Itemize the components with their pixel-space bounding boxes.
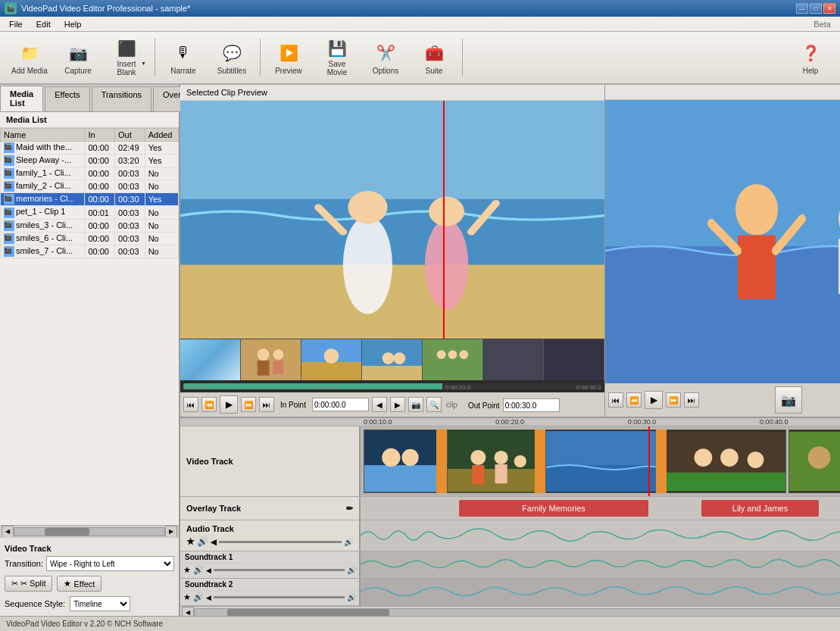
rewind-button[interactable]: ⏪ <box>201 397 217 412</box>
s1-speaker-icon[interactable]: 🔊 <box>193 565 204 575</box>
transition-select[interactable]: Wipe - Right to Left Fade Dissolve Zoom <box>46 556 174 571</box>
effect-button[interactable]: ★ Effect <box>57 576 101 592</box>
menu-file[interactable]: File <box>3 18 29 30</box>
snapshot-button[interactable]: 📷 <box>408 397 423 412</box>
video-track-content[interactable] <box>361 426 840 496</box>
media-list-item[interactable]: 🎬family_1 - Cli... 00:00 00:03 No <box>1 167 179 180</box>
left-scrollbar[interactable]: ◀ ▶ <box>0 525 179 537</box>
audio-volume-slider[interactable] <box>219 541 342 543</box>
media-list-item[interactable]: 🎬Maid with the... 00:00 02:49 Yes <box>1 142 179 155</box>
go-end-button[interactable]: ⏭ <box>259 397 274 412</box>
forward-button[interactable]: ⏩ <box>241 397 256 412</box>
narrate-button[interactable]: 🎙 Narrate <box>160 35 207 80</box>
set-in-point-button[interactable]: ◀ <box>372 397 387 412</box>
go-start-button[interactable]: ⏮ <box>183 397 198 412</box>
col-name[interactable]: Name <box>1 129 85 142</box>
timeline-clip-2[interactable] <box>447 430 540 493</box>
set-out-point-button[interactable]: ▶ <box>390 397 405 412</box>
film-frame-5[interactable] <box>423 339 483 380</box>
film-frame-1[interactable] <box>180 339 241 380</box>
audio-track-content[interactable] <box>361 520 840 551</box>
col-out[interactable]: Out <box>115 129 145 142</box>
film-frame-6[interactable] <box>483 339 544 380</box>
media-table[interactable]: Name In Out Added 🎬Maid with the... 00:0… <box>0 128 179 525</box>
media-list-item[interactable]: 🎬memories - Cl... 00:00 00:30 Yes <box>1 193 179 206</box>
timeline-clip-3[interactable] <box>545 430 660 493</box>
clip-preview-header: Selected Clip Preview <box>180 85 604 101</box>
scrollbar-thumb[interactable] <box>45 528 89 536</box>
seq-forward-button[interactable]: ⏩ <box>666 392 681 408</box>
tab-transitions[interactable]: Transitions <box>92 86 151 111</box>
narrate-label: Narrate <box>170 67 195 75</box>
soundtrack-2-content[interactable] <box>361 579 840 605</box>
suite-button[interactable]: 🧰 Suite <box>411 35 457 80</box>
maximize-button[interactable]: □ <box>810 3 822 14</box>
in-point-input[interactable] <box>312 398 369 411</box>
audio-speaker-icon[interactable]: 🔊 <box>197 536 208 547</box>
timeline-clip-5[interactable] <box>788 430 840 493</box>
col-in[interactable]: In <box>85 129 115 142</box>
subtitles-button[interactable]: 💬 Subtitles <box>208 35 255 80</box>
timeline-scrollbar-thumb[interactable] <box>227 609 389 617</box>
scroll-left-button[interactable]: ◀ <box>2 526 14 538</box>
edit-overlay-icon[interactable]: ✏ <box>346 504 353 514</box>
svg-point-50 <box>748 451 764 468</box>
media-list-item[interactable]: 🎬Sleep Away -... 00:00 03:20 Yes <box>1 155 179 167</box>
minimize-button[interactable]: — <box>796 3 808 14</box>
out-point-input[interactable] <box>503 398 560 412</box>
s2-prev-icon[interactable]: ◀ <box>206 594 211 601</box>
s2-speaker-icon[interactable]: 🔊 <box>193 592 204 602</box>
film-frame-7[interactable] <box>544 339 604 380</box>
seq-play-button[interactable]: ▶ <box>645 391 663 409</box>
s2-star-icon[interactable]: ★ <box>183 592 191 602</box>
film-frame-3[interactable] <box>301 339 362 380</box>
menu-help[interactable]: Help <box>58 18 88 30</box>
help-button[interactable]: ❓ Help <box>787 35 834 80</box>
play-button[interactable]: ▶ <box>220 395 238 414</box>
overlay-clip-lily-james[interactable]: Lily and James <box>701 500 819 517</box>
media-list-item[interactable]: 🎬smiles_7 - Cli... 00:00 00:03 No <box>1 245 179 258</box>
timeline-clip-4[interactable] <box>665 430 786 493</box>
preview-button[interactable]: ▶️ Preview <box>265 35 312 80</box>
add-media-icon: 📁 <box>17 41 42 65</box>
media-list-item[interactable]: 🎬family_2 - Cli... 00:00 00:03 No <box>1 180 179 193</box>
capture-button[interactable]: 📷 Capture <box>55 35 101 80</box>
overlay-clip-family-memories[interactable]: Family Memories <box>459 500 648 517</box>
film-frame-4[interactable] <box>362 339 423 380</box>
timeline-scroll-left[interactable]: ◀ <box>182 607 194 617</box>
options-button[interactable]: ✂️ Options <box>362 35 409 80</box>
horizontal-scrollbar[interactable] <box>14 527 165 536</box>
ruler-mark-20: 0:00:20.0 <box>495 418 524 426</box>
overlay-track-content[interactable]: Family Memories Lily and James <box>361 497 840 520</box>
seq-rewind-button[interactable]: ⏪ <box>626 392 642 408</box>
media-list-item[interactable]: 🎬smiles_6 - Cli... 00:00 00:03 No <box>1 232 179 245</box>
col-added[interactable]: Added <box>145 129 178 142</box>
scroll-right-button[interactable]: ▶ <box>165 526 177 538</box>
film-frame-2[interactable] <box>241 339 301 380</box>
s2-volume-slider[interactable] <box>214 596 345 598</box>
save-movie-button[interactable]: 💾 Save Movie <box>314 35 361 80</box>
s1-volume-slider[interactable] <box>214 569 345 571</box>
media-list-item[interactable]: 🎬smiles_3 - Cli... 00:00 00:03 No <box>1 219 179 232</box>
split-button[interactable]: ✂ ✂ Split <box>5 576 52 592</box>
seq-go-start-button[interactable]: ⏮ <box>608 392 623 408</box>
ruler-mark-10: 0:00:10.0 <box>364 418 392 426</box>
zoom-in-clip-button[interactable]: 🔍 <box>426 397 442 412</box>
audio-star-icon[interactable]: ★ <box>186 536 195 547</box>
audio-prev-icon[interactable]: ◀ <box>211 538 217 546</box>
tab-media-list[interactable]: Media List <box>0 86 43 111</box>
tab-effects[interactable]: Effects <box>45 86 89 111</box>
timeline-clip-1[interactable] <box>364 430 442 493</box>
insert-blank-button[interactable]: ⬛ Insert Blank <box>103 35 150 80</box>
add-media-button[interactable]: 📁 Add Media <box>6 35 53 80</box>
soundtrack-1-content[interactable] <box>361 551 840 578</box>
s1-prev-icon[interactable]: ◀ <box>206 567 211 574</box>
media-list-item[interactable]: 🎬pet_1 - Clip 1 00:01 00:03 No <box>1 206 179 219</box>
sequence-style-select[interactable]: Timeline Storyboard <box>70 596 130 611</box>
close-button[interactable]: ✕ <box>823 3 835 14</box>
menu-edit[interactable]: Edit <box>30 18 57 30</box>
s1-star-icon[interactable]: ★ <box>183 565 191 575</box>
snapshot-seq-button[interactable]: 📷 <box>775 386 802 414</box>
timeline-h-scrollbar[interactable] <box>194 608 840 617</box>
seq-go-end-button[interactable]: ⏭ <box>684 392 699 408</box>
